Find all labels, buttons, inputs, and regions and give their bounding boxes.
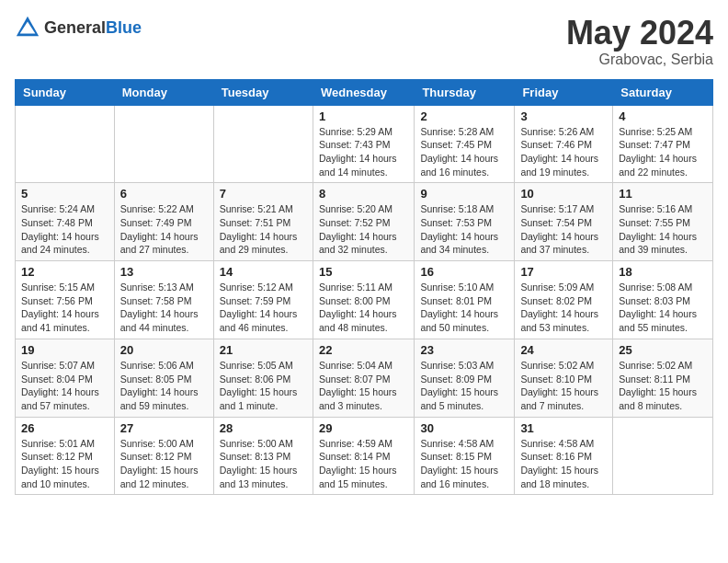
calendar-cell: 6Sunrise: 5:22 AMSunset: 7:49 PMDaylight… — [114, 183, 213, 261]
calendar-cell: 31Sunrise: 4:58 AMSunset: 8:16 PMDayligh… — [515, 417, 613, 495]
month-title: May 2024 — [566, 15, 713, 52]
day-info: Sunrise: 5:09 AMSunset: 8:02 PMDaylight:… — [520, 281, 607, 335]
day-info: Sunrise: 4:58 AMSunset: 8:15 PMDaylight:… — [420, 437, 508, 491]
day-info: Sunrise: 5:02 AMSunset: 8:11 PMDaylight:… — [619, 359, 707, 413]
calendar-cell: 13Sunrise: 5:13 AMSunset: 7:58 PMDayligh… — [114, 261, 213, 339]
logo-blue-text: Blue — [106, 18, 142, 37]
logo-icon — [15, 15, 40, 40]
calendar-day-header: Tuesday — [213, 79, 313, 105]
calendar-cell: 25Sunrise: 5:02 AMSunset: 8:11 PMDayligh… — [613, 339, 713, 417]
day-number: 30 — [420, 421, 508, 435]
day-info: Sunrise: 5:05 AMSunset: 8:06 PMDaylight:… — [220, 359, 307, 413]
day-number: 19 — [21, 343, 108, 357]
day-info: Sunrise: 5:13 AMSunset: 7:58 PMDaylight:… — [120, 281, 208, 335]
day-number: 20 — [120, 343, 208, 357]
calendar-week-row: 1Sunrise: 5:29 AMSunset: 7:43 PMDaylight… — [16, 105, 713, 183]
day-number: 18 — [619, 265, 707, 279]
day-info: Sunrise: 5:01 AMSunset: 8:12 PMDaylight:… — [21, 437, 108, 491]
calendar-cell: 19Sunrise: 5:07 AMSunset: 8:04 PMDayligh… — [16, 339, 115, 417]
day-number: 4 — [619, 109, 707, 123]
day-number: 9 — [420, 187, 508, 201]
calendar-cell: 20Sunrise: 5:06 AMSunset: 8:05 PMDayligh… — [114, 339, 213, 417]
calendar-week-row: 19Sunrise: 5:07 AMSunset: 8:04 PMDayligh… — [16, 339, 713, 417]
day-info: Sunrise: 5:10 AMSunset: 8:01 PMDaylight:… — [420, 281, 508, 335]
day-number: 25 — [619, 343, 707, 357]
location-title: Grabovac, Serbia — [566, 52, 713, 68]
calendar-cell: 4Sunrise: 5:25 AMSunset: 7:47 PMDaylight… — [613, 105, 713, 183]
calendar-day-header: Thursday — [415, 79, 515, 105]
day-number: 1 — [319, 109, 408, 123]
calendar-cell — [213, 105, 313, 183]
day-number: 14 — [220, 265, 307, 279]
calendar-day-header: Sunday — [16, 79, 115, 105]
calendar-table: SundayMondayTuesdayWednesdayThursdayFrid… — [15, 79, 713, 496]
day-number: 15 — [319, 265, 408, 279]
day-number: 24 — [520, 343, 607, 357]
day-info: Sunrise: 4:58 AMSunset: 8:16 PMDaylight:… — [520, 437, 607, 491]
logo-general-text: General — [44, 18, 106, 37]
day-info: Sunrise: 5:03 AMSunset: 8:09 PMDaylight:… — [420, 359, 508, 413]
calendar-cell: 15Sunrise: 5:11 AMSunset: 8:00 PMDayligh… — [313, 261, 414, 339]
day-info: Sunrise: 5:06 AMSunset: 8:05 PMDaylight:… — [120, 359, 208, 413]
day-info: Sunrise: 5:26 AMSunset: 7:46 PMDaylight:… — [520, 125, 607, 179]
day-info: Sunrise: 5:28 AMSunset: 7:45 PMDaylight:… — [420, 125, 508, 179]
day-number: 28 — [220, 421, 307, 435]
calendar-cell: 1Sunrise: 5:29 AMSunset: 7:43 PMDaylight… — [313, 105, 414, 183]
day-info: Sunrise: 5:24 AMSunset: 7:48 PMDaylight:… — [21, 202, 108, 257]
day-number: 11 — [619, 187, 707, 201]
day-info: Sunrise: 5:25 AMSunset: 7:47 PMDaylight:… — [619, 125, 707, 179]
logo: GeneralBlue — [15, 15, 142, 40]
calendar-header-row: SundayMondayTuesdayWednesdayThursdayFrid… — [16, 79, 713, 105]
day-info: Sunrise: 5:16 AMSunset: 7:55 PMDaylight:… — [619, 202, 707, 257]
page-header: GeneralBlue May 2024 Grabovac, Serbia — [15, 15, 713, 68]
day-number: 22 — [319, 343, 408, 357]
day-info: Sunrise: 5:20 AMSunset: 7:52 PMDaylight:… — [319, 202, 408, 257]
day-number: 31 — [520, 421, 607, 435]
day-number: 26 — [21, 421, 108, 435]
calendar-cell — [114, 105, 213, 183]
day-info: Sunrise: 5:15 AMSunset: 7:56 PMDaylight:… — [21, 281, 108, 335]
day-number: 17 — [520, 265, 607, 279]
day-info: Sunrise: 5:22 AMSunset: 7:49 PMDaylight:… — [120, 202, 208, 257]
calendar-cell — [613, 417, 713, 495]
calendar-cell: 24Sunrise: 5:02 AMSunset: 8:10 PMDayligh… — [515, 339, 613, 417]
day-info: Sunrise: 5:29 AMSunset: 7:43 PMDaylight:… — [319, 125, 408, 179]
calendar-cell: 30Sunrise: 4:58 AMSunset: 8:15 PMDayligh… — [415, 417, 515, 495]
day-info: Sunrise: 5:02 AMSunset: 8:10 PMDaylight:… — [520, 359, 607, 413]
calendar-cell: 27Sunrise: 5:00 AMSunset: 8:12 PMDayligh… — [114, 417, 213, 495]
day-info: Sunrise: 5:17 AMSunset: 7:54 PMDaylight:… — [520, 202, 607, 257]
calendar-week-row: 26Sunrise: 5:01 AMSunset: 8:12 PMDayligh… — [16, 417, 713, 495]
calendar-week-row: 12Sunrise: 5:15 AMSunset: 7:56 PMDayligh… — [16, 261, 713, 339]
calendar-day-header: Saturday — [613, 79, 713, 105]
calendar-day-header: Friday — [515, 79, 613, 105]
calendar-cell: 28Sunrise: 5:00 AMSunset: 8:13 PMDayligh… — [213, 417, 313, 495]
calendar-cell: 18Sunrise: 5:08 AMSunset: 8:03 PMDayligh… — [613, 261, 713, 339]
day-number: 29 — [319, 421, 408, 435]
day-number: 23 — [420, 343, 508, 357]
day-info: Sunrise: 5:00 AMSunset: 8:12 PMDaylight:… — [120, 437, 208, 491]
day-number: 13 — [120, 265, 208, 279]
calendar-cell: 7Sunrise: 5:21 AMSunset: 7:51 PMDaylight… — [213, 183, 313, 261]
day-info: Sunrise: 5:07 AMSunset: 8:04 PMDaylight:… — [21, 359, 108, 413]
day-number: 5 — [21, 187, 108, 201]
calendar-day-header: Wednesday — [313, 79, 414, 105]
calendar-cell: 9Sunrise: 5:18 AMSunset: 7:53 PMDaylight… — [415, 183, 515, 261]
day-number: 10 — [520, 187, 607, 201]
day-number: 12 — [21, 265, 108, 279]
day-number: 3 — [520, 109, 607, 123]
calendar-cell: 17Sunrise: 5:09 AMSunset: 8:02 PMDayligh… — [515, 261, 613, 339]
calendar-cell: 8Sunrise: 5:20 AMSunset: 7:52 PMDaylight… — [313, 183, 414, 261]
day-info: Sunrise: 5:08 AMSunset: 8:03 PMDaylight:… — [619, 281, 707, 335]
calendar-cell: 29Sunrise: 4:59 AMSunset: 8:14 PMDayligh… — [313, 417, 414, 495]
calendar-cell: 2Sunrise: 5:28 AMSunset: 7:45 PMDaylight… — [415, 105, 515, 183]
calendar-cell: 5Sunrise: 5:24 AMSunset: 7:48 PMDaylight… — [16, 183, 115, 261]
calendar-cell: 11Sunrise: 5:16 AMSunset: 7:55 PMDayligh… — [613, 183, 713, 261]
day-info: Sunrise: 5:11 AMSunset: 8:00 PMDaylight:… — [319, 281, 408, 335]
day-info: Sunrise: 5:00 AMSunset: 8:13 PMDaylight:… — [220, 437, 307, 491]
day-number: 16 — [420, 265, 508, 279]
day-number: 27 — [120, 421, 208, 435]
day-number: 21 — [220, 343, 307, 357]
day-info: Sunrise: 5:18 AMSunset: 7:53 PMDaylight:… — [420, 202, 508, 257]
calendar-cell: 23Sunrise: 5:03 AMSunset: 8:09 PMDayligh… — [415, 339, 515, 417]
calendar-cell — [16, 105, 115, 183]
